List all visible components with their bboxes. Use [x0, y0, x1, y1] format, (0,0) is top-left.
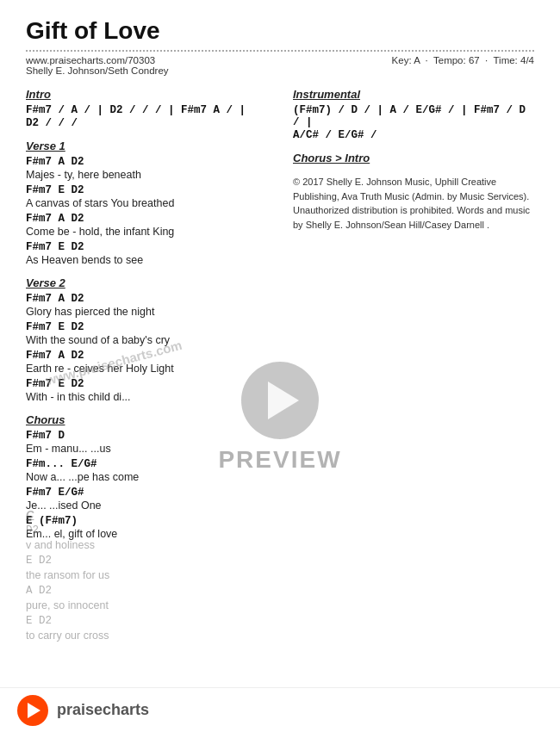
verse1-section: Verse 1 F#m7 A D2 Majes - ty, here benea… [26, 140, 267, 266]
verse1-lyric-3: Come be - hold, the infant King [26, 226, 267, 238]
meta-row: www.praisecharts.com/70303 Shelly E. Joh… [26, 55, 534, 76]
verse1-lyric-1: Majes - ty, here beneath [26, 169, 267, 181]
verse1-lyric-2: A canvas of stars You breathed [26, 197, 267, 209]
chorus-arrow-label: Chorus > Intro [293, 152, 534, 164]
play-button[interactable] [241, 362, 319, 439]
logo-icon[interactable] [17, 695, 48, 726]
meta-left: www.praisecharts.com/70303 Shelly E. Joh… [26, 55, 169, 76]
faded-chord-1: D2 [26, 524, 319, 537]
intro-line-1: F#m7 / A / | D2 / / / | F#m7 A / | [26, 104, 267, 116]
chorus-arrow-section: Chorus > Intro [293, 152, 534, 164]
faded-lyric-4: to carry our cross [26, 630, 319, 642]
copyright-block: © 2017 Shelly E. Johnson Music, Uphill C… [293, 175, 534, 232]
verse1-lyric-4: As Heaven bends to see [26, 254, 267, 266]
verse2-lyric-2: With the sound of a baby's cry [26, 334, 267, 346]
meta-right: Key: A · Tempo: 67 · Time: 4/4 [392, 55, 534, 76]
intro-label: Intro [26, 88, 267, 101]
faded-chord-4: E D2 [26, 615, 319, 627]
verse2-lyric-1: Glory has pierced the night [26, 306, 267, 318]
song-time: Time: 4/4 [493, 55, 534, 65]
song-tempo: Tempo: 67 [433, 55, 480, 65]
instrumental-label: Instrumental [293, 88, 534, 101]
faded-section: C D2 v and holiness E D2 the ransom for … [0, 508, 345, 698]
verse1-chord-4: F#m7 E D2 [26, 241, 267, 253]
faded-label: C [26, 508, 319, 521]
faded-chord-2: E D2 [26, 555, 319, 567]
preview-text: PREVIEW [218, 446, 341, 474]
instrumental-line-2: A/C# / E/G# / [293, 129, 534, 141]
instrumental-line-1: (F#m7) / D / | A / E/G# / | F#m7 / D / | [293, 104, 534, 128]
verse2-chord-3: F#m7 A D2 [26, 350, 267, 362]
song-key: Key: A [392, 55, 420, 65]
faded-chord-3: A D2 [26, 585, 319, 597]
col-right: Instrumental (F#m7) / D / | A / E/G# / |… [293, 88, 534, 550]
two-col-layout: Intro F#m7 / A / | D2 / / / | F#m7 A / |… [26, 88, 534, 550]
logo-text: praisecharts [57, 701, 149, 719]
bottom-bar: praisecharts [0, 687, 560, 732]
verse1-chord-1: F#m7 A D2 [26, 156, 267, 168]
col-left: Intro F#m7 / A / | D2 / / / | F#m7 A / |… [26, 88, 267, 550]
preview-overlay[interactable]: PREVIEW [138, 362, 422, 474]
instrumental-section: Instrumental (F#m7) / D / | A / E/G# / |… [293, 88, 534, 141]
verse1-chord-3: F#m7 A D2 [26, 213, 267, 225]
song-author: Shelly E. Johnson/Seth Condrey [26, 65, 169, 76]
song-url: www.praisecharts.com/70303 [26, 55, 169, 65]
intro-line-2: D2 / / / [26, 117, 267, 129]
faded-lyric-2: the ransom for us [26, 569, 319, 581]
verse2-label: Verse 2 [26, 276, 267, 289]
verse1-chord-2: F#m7 E D2 [26, 184, 267, 196]
verse1-label: Verse 1 [26, 140, 267, 152]
verse2-chord-2: F#m7 E D2 [26, 321, 267, 333]
verse2-chord-1: F#m7 A D2 [26, 293, 267, 305]
divider [26, 50, 534, 52]
song-title: Gift of Love [26, 17, 534, 45]
chorus-chord-3: F#m7 E/G# [26, 487, 267, 499]
intro-section: Intro F#m7 / A / | D2 / / / | F#m7 A / |… [26, 88, 267, 129]
copyright-text: © 2017 Shelly E. Johnson Music, Uphill C… [293, 177, 530, 230]
faded-lyric-3: pure, so innocent [26, 599, 319, 611]
play-icon [268, 382, 299, 419]
faded-lyric-1: v and holiness [26, 539, 319, 551]
logo-play-icon [28, 703, 40, 718]
